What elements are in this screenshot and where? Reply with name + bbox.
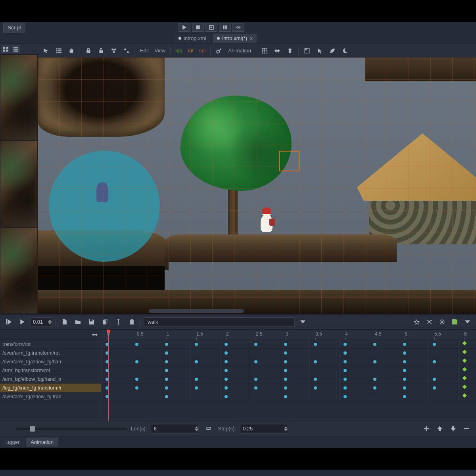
keyframe[interactable] [314, 378, 317, 381]
tileset-thumbnail[interactable] [0, 141, 38, 227]
step-spinner[interactable] [240, 424, 288, 434]
keyframe[interactable] [403, 386, 406, 390]
keyframe[interactable] [373, 378, 376, 381]
keyframe-row[interactable] [101, 349, 476, 357]
keyframe-row[interactable] [101, 384, 476, 392]
track-label[interactable]: /over/arm_fg:transform/rot [0, 349, 101, 357]
pan-icon[interactable] [66, 46, 77, 56]
script-button[interactable]: Script [3, 23, 25, 33]
keyframe[interactable] [433, 343, 436, 346]
keyframe[interactable] [433, 386, 436, 390]
keyframe-row[interactable] [101, 340, 476, 349]
keyframe-end[interactable] [463, 393, 467, 398]
tab-animation[interactable]: Animation [26, 438, 58, 447]
keyframe[interactable] [284, 343, 287, 346]
keyframe[interactable] [284, 369, 287, 372]
keyframe[interactable] [165, 351, 168, 355]
moon-icon[interactable] [340, 46, 350, 56]
keyframe[interactable] [165, 395, 168, 398]
bullets-icon[interactable] [54, 46, 64, 56]
keyframe[interactable] [135, 378, 138, 381]
keyframe[interactable] [165, 343, 168, 346]
hresize-icon[interactable] [272, 46, 282, 56]
chevron-down-icon[interactable] [462, 317, 473, 327]
keyframe[interactable] [165, 360, 168, 363]
loop-icon[interactable] [203, 424, 214, 434]
keyframe-row[interactable] [101, 357, 476, 366]
bone-icon[interactable] [327, 46, 338, 56]
keyframe-end[interactable] [463, 376, 467, 380]
pause-icon[interactable] [219, 23, 231, 32]
keyframe[interactable] [373, 343, 376, 346]
keyframe[interactable] [344, 378, 347, 381]
keyframe[interactable] [135, 343, 138, 346]
keyframe[interactable] [284, 395, 287, 398]
keyframe[interactable] [225, 395, 228, 398]
close-icon[interactable]: × [250, 35, 253, 42]
keyframe[interactable] [344, 360, 347, 363]
tab-debugger[interactable]: ugger [2, 438, 24, 447]
keyframe-row[interactable] [101, 366, 476, 375]
open-icon[interactable] [72, 317, 83, 327]
keyframe[interactable] [433, 378, 436, 381]
mode-loc[interactable]: loc [174, 48, 184, 54]
copy-icon[interactable] [99, 317, 110, 327]
keyframe[interactable] [225, 378, 228, 381]
keyframe[interactable] [254, 360, 257, 363]
track-label[interactable]: /leg_fg/knee_fg:transform/r [0, 384, 101, 392]
keyframe-end[interactable] [463, 359, 467, 363]
keyframe[interactable] [344, 343, 347, 346]
autoplay-icon[interactable] [411, 317, 422, 327]
keyframe[interactable] [254, 343, 257, 346]
track-label[interactable]: /arm_bg/elbow_bg/hand_b [0, 375, 101, 384]
timeline-body[interactable]: 00.511.522.533.544.555.56 [101, 330, 476, 421]
track-label[interactable]: /arm_bg:transform/rot [0, 366, 101, 375]
tileset-thumbnail[interactable] [0, 227, 38, 314]
save-anim-icon[interactable] [449, 317, 460, 327]
keyframe[interactable] [403, 360, 406, 363]
broadcast-icon[interactable] [232, 23, 244, 32]
new-icon[interactable] [59, 317, 70, 327]
group-icon[interactable] [109, 46, 119, 56]
add-track-icon[interactable] [420, 424, 432, 434]
play-scene-icon[interactable] [205, 23, 217, 32]
keyframe[interactable] [373, 360, 376, 363]
time-input[interactable] [31, 318, 48, 326]
keyframe[interactable] [195, 386, 198, 390]
keyframe[interactable] [403, 343, 406, 346]
keyframe-end[interactable] [463, 341, 467, 345]
remove-track-icon[interactable] [461, 424, 472, 434]
select-icon[interactable] [41, 46, 51, 56]
track-label[interactable]: transform/rot [0, 340, 101, 349]
keyframe[interactable] [284, 351, 287, 355]
keyframe[interactable] [225, 351, 228, 355]
save-icon[interactable] [86, 317, 97, 327]
shuffle-icon[interactable] [424, 317, 435, 327]
play-icon[interactable] [178, 23, 190, 32]
unlock-icon[interactable] [96, 46, 106, 56]
mode-rot[interactable]: rot [186, 48, 195, 54]
mode-scl[interactable]: scl [198, 48, 207, 54]
play-from-start-icon[interactable] [3, 317, 14, 327]
keyframe[interactable] [433, 360, 436, 363]
keyframe-row[interactable] [101, 392, 476, 401]
play-icon[interactable] [17, 317, 28, 327]
keyframe[interactable] [135, 386, 138, 390]
keyframe[interactable] [165, 386, 168, 390]
list-view-icon[interactable] [12, 45, 20, 53]
keyframe[interactable] [344, 351, 347, 355]
step-input[interactable] [240, 425, 284, 432]
keyframe[interactable] [225, 369, 228, 372]
keyframe-end[interactable] [463, 385, 467, 389]
filetab-intro[interactable]: intro.xml(*)× [213, 34, 257, 43]
keyframe[interactable] [284, 386, 287, 390]
viewport-scrollbar[interactable] [149, 309, 244, 313]
keyframe[interactable] [195, 343, 198, 346]
time-spinner[interactable] [30, 317, 52, 327]
timeline-ruler[interactable]: 00.511.522.533.544.555.56 [101, 330, 476, 340]
keyframe-row[interactable] [101, 375, 476, 384]
keyframe[interactable] [225, 343, 228, 346]
keyframe[interactable] [254, 378, 257, 381]
track-label[interactable]: /over/arm_fg/elbow_fg:tran [0, 392, 101, 401]
keyframe[interactable] [373, 386, 376, 390]
